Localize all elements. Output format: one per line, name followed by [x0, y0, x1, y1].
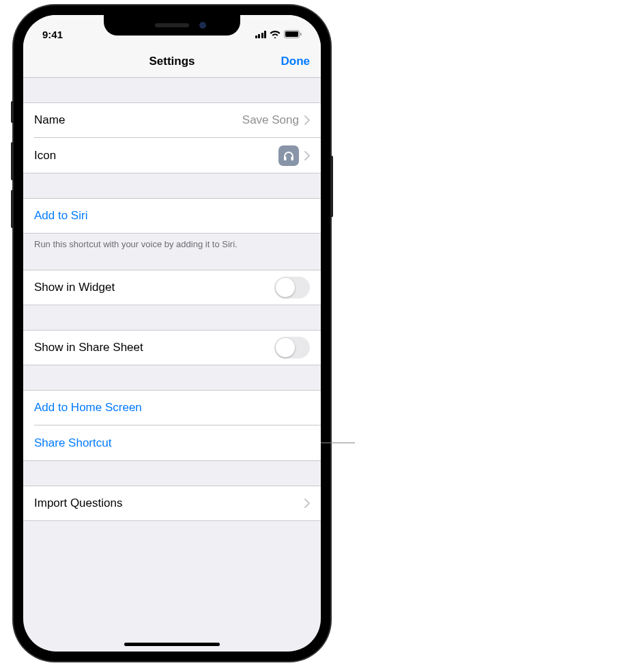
chevron-right-icon: [304, 151, 310, 160]
front-camera: [199, 22, 206, 29]
wifi-icon: [270, 30, 281, 38]
add-to-home-screen-label: Add to Home Screen: [34, 401, 310, 415]
power-button: [330, 156, 333, 217]
headphones-icon: [278, 145, 299, 166]
show-in-share-sheet-label: Show in Share Sheet: [34, 341, 274, 354]
icon-row[interactable]: Icon: [23, 138, 321, 173]
mute-switch: [11, 101, 14, 123]
add-to-siri-label: Add to Siri: [34, 209, 310, 223]
cellular-signal-icon: [255, 30, 267, 38]
content: Name Save Song Icon Add: [23, 78, 321, 521]
chevron-right-icon: [304, 499, 310, 508]
show-in-widget-label: Show in Widget: [34, 281, 274, 294]
share-shortcut-label: Share Shortcut: [34, 436, 310, 450]
name-row[interactable]: Name Save Song: [23, 102, 321, 138]
siri-footer-text: Run this shortcut with your voice by add…: [23, 234, 321, 249]
volume-down-button: [11, 190, 14, 228]
page-title: Settings: [149, 55, 195, 68]
battery-icon: [284, 30, 302, 38]
show-in-widget-row: Show in Widget: [23, 270, 321, 305]
add-to-home-screen-row[interactable]: Add to Home Screen: [23, 390, 321, 425]
name-value: Save Song: [242, 113, 299, 127]
import-questions-label: Import Questions: [34, 496, 304, 510]
chevron-right-icon: [304, 115, 310, 125]
nav-bar: Settings Done: [23, 45, 321, 78]
volume-up-button: [11, 142, 14, 180]
import-questions-row[interactable]: Import Questions: [23, 486, 321, 521]
svg-rect-2: [300, 33, 302, 36]
status-time: 9:41: [42, 29, 63, 40]
show-in-widget-toggle[interactable]: [274, 277, 310, 298]
svg-rect-1: [285, 31, 298, 37]
svg-rect-3: [284, 156, 287, 160]
name-label: Name: [34, 113, 242, 127]
show-in-share-sheet-row: Show in Share Sheet: [23, 330, 321, 365]
svg-rect-4: [291, 156, 294, 160]
home-indicator[interactable]: [124, 643, 220, 646]
share-shortcut-row[interactable]: Share Shortcut: [23, 425, 321, 461]
annotation-callout-line: [321, 443, 355, 443]
screen: 9:41 Settings Done Name S: [23, 15, 321, 652]
show-in-share-sheet-toggle[interactable]: [274, 337, 310, 359]
phone-frame: 9:41 Settings Done Name S: [14, 5, 330, 661]
notch: [104, 15, 240, 36]
speaker-grille: [155, 23, 189, 27]
add-to-siri-row[interactable]: Add to Siri: [23, 198, 321, 234]
icon-label: Icon: [34, 149, 278, 163]
done-button[interactable]: Done: [281, 55, 311, 68]
